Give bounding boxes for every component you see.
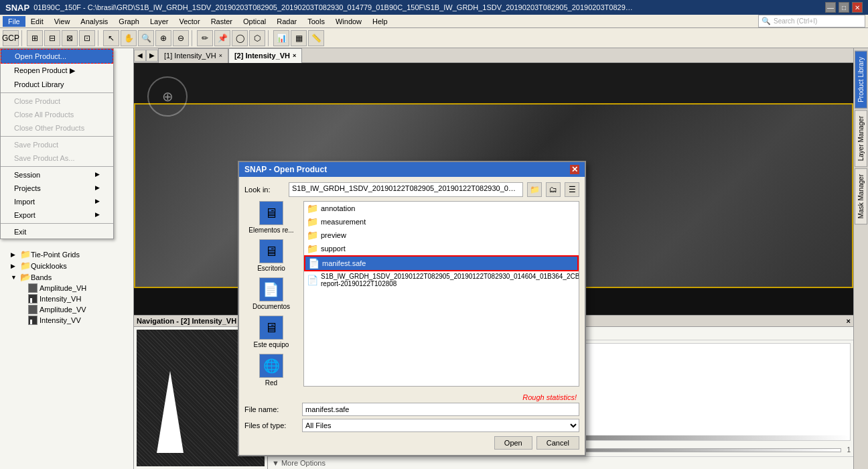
file-icon-manifest: 📄 (308, 258, 319, 269)
toolbar-shape[interactable]: ◯ (232, 30, 248, 46)
sidebar-escritorio[interactable]: 🖥 Escritorio (257, 239, 285, 272)
toolbar-btn-2[interactable]: ⊟ (44, 30, 60, 46)
menu-open-product[interactable]: Open Product... (1, 49, 113, 64)
tree-arrow-bands[interactable]: ▼ (11, 274, 20, 281)
tree-node-amp-vv[interactable]: Amplitude_VV (3, 304, 131, 315)
toolbar-pin[interactable]: 📌 (214, 30, 230, 46)
toolbar-zoom-out[interactable]: ⊖ (173, 30, 189, 46)
file-manifest[interactable]: 📄 manifest.safe (304, 255, 579, 271)
dialog-content: 🖥 Elementos re... 🖥 Escritorio 📄 Documen… (244, 201, 579, 387)
file-measurement[interactable]: 📁 measurement (304, 215, 579, 228)
menu-optical[interactable]: Optical (238, 16, 271, 27)
sidebar-tab-layer-manager[interactable]: Layer Manager (855, 110, 867, 167)
close-button[interactable]: ✕ (852, 2, 863, 13)
minimize-button[interactable]: — (825, 2, 836, 13)
toolbar-btn-1[interactable]: ⊞ (27, 30, 43, 46)
menu-help[interactable]: Help (367, 16, 393, 27)
menu-tools[interactable]: Tools (302, 16, 330, 27)
menu-session[interactable]: Session (1, 168, 113, 182)
title-bar: SNAP 01B90C_150F - C:\brasil\GRD\S1B_IW_… (0, 0, 868, 15)
tree-node-int-vv[interactable]: Intensity_VV (3, 315, 131, 326)
toolbar-draw[interactable]: ✏ (197, 30, 213, 46)
tab-intensity-vh-1[interactable]: [1] Intensity_VH × (158, 48, 228, 63)
dropdown-sep-1 (1, 92, 113, 93)
dialog-cancel-button[interactable]: Cancel (536, 436, 579, 450)
toolbar-zoom[interactable]: 🔍 (138, 30, 154, 46)
sidebar-documentos[interactable]: 📄 Documentos (252, 277, 290, 310)
dialog-bottom: Rough statistics! File name: Files of ty… (244, 392, 579, 450)
look-in-up-btn[interactable]: 📁 (527, 182, 542, 197)
dialog-file-list[interactable]: 📁 annotation 📁 measurement 📁 preview 📁 s… (303, 201, 579, 387)
dialog-open-button[interactable]: Open (494, 436, 532, 450)
tree-node-int-vh[interactable]: Intensity_VH (3, 293, 131, 304)
toolbar-btn-3[interactable]: ⊠ (62, 30, 78, 46)
toolbar-spectrum[interactable]: 📊 (273, 30, 289, 46)
app-logo: SNAP (5, 3, 29, 13)
tree-node-quicklooks[interactable]: ▶ 📁 Quicklooks (3, 260, 131, 271)
folder-icon-bands: 📂 (20, 272, 31, 282)
sidebar-equipo[interactable]: 🖥 Este equipo (254, 316, 289, 348)
sidebar-tab-product-library[interactable]: Product Library (855, 51, 867, 109)
more-options[interactable]: ▼ More Options (268, 456, 853, 469)
menu-product-library[interactable]: Product Library (1, 78, 113, 91)
toolbar-gcp[interactable]: GCP (3, 30, 19, 46)
menu-exit[interactable]: Exit (1, 225, 113, 239)
menu-export[interactable]: Export (1, 208, 113, 222)
look-in-input[interactable]: S1B_IW_GRDH_1SDV_20190122T082905_2019012… (289, 182, 523, 197)
menu-radar[interactable]: Radar (271, 16, 302, 27)
menu-projects[interactable]: Projects (1, 182, 113, 195)
files-type-select[interactable]: All Files (302, 419, 579, 432)
tree-label-ivh: Intensity_VH (40, 295, 81, 303)
menu-reopen-product[interactable]: Reopen Product ▶ (1, 64, 113, 78)
menu-file[interactable]: File (3, 16, 25, 27)
toolbar-ruler[interactable]: 📏 (308, 30, 324, 46)
sidebar-elementos[interactable]: 🖥 Elementos re... (248, 201, 293, 234)
search-box: 🔍 Search (Ctrl+I) (758, 15, 865, 27)
tab-close-1[interactable]: × (219, 52, 222, 59)
menu-raster[interactable]: Raster (206, 16, 238, 27)
toolbar-separator-3 (192, 30, 194, 46)
tree-arrow-tpg[interactable]: ▶ (11, 251, 20, 258)
menu-view[interactable]: View (49, 16, 76, 27)
look-in-new-btn[interactable]: 🗂 (546, 182, 561, 197)
sidebar-equipo-label: Este equipo (254, 341, 289, 348)
toolbar-zoom-in[interactable]: ⊕ (155, 30, 171, 46)
folder-icon-support: 📁 (307, 243, 318, 254)
file-name-input[interactable] (302, 403, 579, 416)
tree-node-amp-vh[interactable]: Amplitude_VH (3, 283, 131, 293)
toolbar-grid[interactable]: ▦ (291, 30, 307, 46)
tab-nav-right[interactable]: ▶ (146, 50, 158, 62)
maximize-button[interactable]: □ (839, 2, 849, 13)
tree-node-bands[interactable]: ▼ 📂 Bands (3, 271, 131, 283)
file-report[interactable]: 📄 S1B_IW_GRDH_1SDV_20190122T082905_20190… (304, 271, 579, 289)
menu-edit[interactable]: Edit (25, 16, 49, 27)
tab-nav-left[interactable]: ◀ (134, 50, 146, 62)
file-annotation[interactable]: 📁 annotation (304, 202, 579, 215)
menu-layer[interactable]: Layer (145, 16, 174, 27)
search-icon: 🔍 (762, 17, 771, 25)
toolbar: GCP ⊞ ⊟ ⊠ ⊡ ↖ ✋ 🔍 ⊕ ⊖ ✏ 📌 ◯ ⬡ 📊 ▦ 📏 (0, 28, 868, 48)
menu-window[interactable]: Window (330, 16, 367, 27)
toolbar-poly[interactable]: ⬡ (249, 30, 265, 46)
tab-close-2[interactable]: × (293, 52, 296, 59)
sidebar-red[interactable]: 🌐 Red (259, 354, 283, 387)
colour-panel-close[interactable]: × (847, 317, 851, 325)
menu-vector[interactable]: Vector (173, 16, 205, 27)
toolbar-btn-4[interactable]: ⊡ (79, 30, 95, 46)
file-support[interactable]: 📁 support (304, 242, 579, 255)
menu-close-other: Close Other Products (1, 121, 113, 135)
toolbar-pan[interactable]: ✋ (121, 30, 137, 46)
colour-info-max: 1 (847, 446, 851, 454)
search-placeholder[interactable]: Search (Ctrl+I) (774, 17, 817, 25)
tree-arrow-ql[interactable]: ▶ (11, 263, 20, 269)
look-in-view-btn[interactable]: ☰ (565, 182, 579, 197)
tree-node-tie-point-grids[interactable]: ▶ 📁 Tie-Point Grids (3, 249, 131, 260)
dialog-close-button[interactable]: ✕ (570, 165, 579, 174)
toolbar-select[interactable]: ↖ (103, 30, 119, 46)
menu-analysis[interactable]: Analysis (75, 16, 113, 27)
file-preview[interactable]: 📁 preview (304, 228, 579, 242)
menu-import[interactable]: Import (1, 195, 113, 208)
sidebar-tab-mask-manager[interactable]: Mask Manager (855, 168, 867, 224)
menu-graph[interactable]: Graph (113, 16, 145, 27)
tab-intensity-vh-2[interactable]: [2] Intensity_VH × (228, 48, 302, 63)
